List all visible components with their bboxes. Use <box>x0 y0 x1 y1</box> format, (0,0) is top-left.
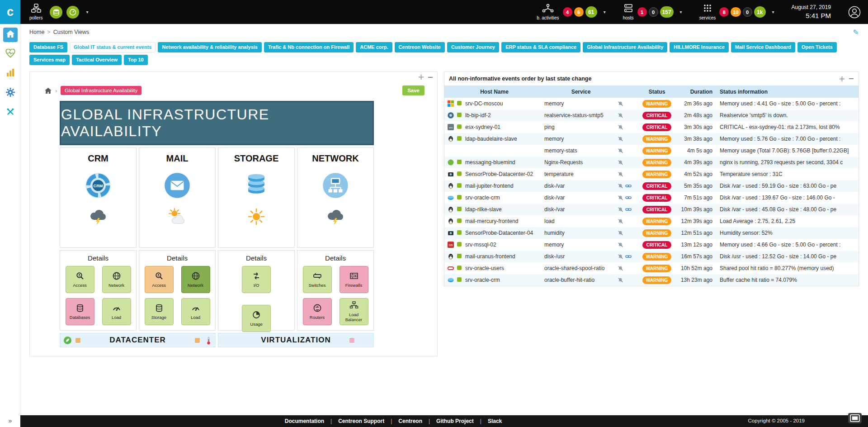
host-name[interactable]: esx-sydney-01 <box>465 124 544 130</box>
tile-load[interactable]: Load <box>181 298 210 325</box>
host-name[interactable]: SensorProbe-Datacenter-02 <box>465 171 544 177</box>
widget-move-icon[interactable] <box>418 74 424 80</box>
tile-routers[interactable]: Routers <box>303 298 332 325</box>
map-breadcrumb-badge[interactable]: Global Infrastructure Availability <box>61 86 142 95</box>
tab-customer-journey[interactable]: Customer Journey <box>447 42 499 52</box>
pollers-chevron-down-icon[interactable]: ▾ <box>86 9 88 14</box>
service-name[interactable]: disk-/usr <box>544 253 618 260</box>
host-name[interactable]: srv-DC-moscou <box>465 100 544 107</box>
tab-erp-status-sla-compliance[interactable]: ERP status & SLA compliance <box>501 42 580 52</box>
topbar-pollers[interactable]: pollers <box>29 4 42 20</box>
topbar-hosts[interactable]: hosts 10157 ▾ <box>623 4 682 20</box>
tab-database-fs[interactable]: Database FS <box>29 42 67 52</box>
sidebar-item-home[interactable] <box>3 28 18 42</box>
bell-muted-icon[interactable] <box>618 218 623 224</box>
footer-link-github-project[interactable]: Github Project <box>436 418 474 424</box>
service-name[interactable]: Nginx-Requests <box>544 159 618 166</box>
tab-services-map[interactable]: Services map <box>29 55 70 65</box>
fullscreen-icon[interactable] <box>848 413 862 423</box>
service-name[interactable]: realservice-status-smtp5 <box>544 112 618 119</box>
footer-link-centreon[interactable]: Centreon <box>398 418 422 424</box>
bell-muted-icon[interactable] <box>618 183 623 189</box>
host-name[interactable]: mail-uranus-frontend <box>465 253 544 260</box>
sidebar-expand-toggle[interactable]: » <box>9 417 12 424</box>
service-name[interactable]: load <box>544 218 618 224</box>
footer-link-documentation[interactable]: Documentation <box>285 418 324 424</box>
topbar-business-activities[interactable]: b. activities 4661 ▾ <box>537 4 606 20</box>
link-icon[interactable] <box>625 183 632 189</box>
user-avatar[interactable] <box>848 6 861 19</box>
tile-i-o[interactable]: I/O <box>242 266 271 293</box>
footer-link-centreon-support[interactable]: Centreon Support <box>338 418 384 424</box>
service-name[interactable]: memory <box>544 242 618 248</box>
sidebar-item-administration[interactable] <box>3 105 18 120</box>
sidebar-item-reporting[interactable] <box>3 66 18 81</box>
bell-muted-icon[interactable] <box>618 266 623 271</box>
host-name[interactable]: srv-oracle-users <box>465 265 544 271</box>
zone-datacenter[interactable]: DATACENTER <box>60 333 216 347</box>
bell-muted-icon[interactable] <box>618 171 623 177</box>
sidebar-item-configuration[interactable] <box>3 86 18 100</box>
service-name[interactable]: temperature <box>544 171 618 177</box>
tile-network[interactable]: Network <box>181 266 210 293</box>
bell-muted-icon[interactable] <box>618 230 623 236</box>
bell-muted-icon[interactable] <box>618 254 623 260</box>
host-name[interactable]: srv-mssql-02 <box>465 242 544 248</box>
map-home-icon[interactable] <box>45 88 52 94</box>
service-name[interactable]: memory <box>544 136 618 142</box>
host-name[interactable]: mail-mercury-frontend <box>465 218 544 224</box>
save-button[interactable]: Save <box>402 85 425 95</box>
host-name[interactable]: SensorProbe-Datacenter-04 <box>465 230 544 236</box>
tab-open-tickets[interactable]: Open Tickets <box>797 42 837 52</box>
service-name[interactable]: disk-/var <box>544 206 618 213</box>
category-card-network[interactable]: NETWORK <box>297 147 374 248</box>
column-host-name[interactable]: Host Name <box>444 89 544 95</box>
link-icon[interactable] <box>625 206 632 213</box>
service-name[interactable]: memory-stats <box>544 147 618 154</box>
tab-tactical-overview[interactable]: Tactical Overview <box>72 55 122 65</box>
service-name[interactable]: oracle-buffer-hit-ratio <box>544 277 618 283</box>
tile-firewalls[interactable]: Firewalls <box>340 266 368 293</box>
bell-muted-icon[interactable] <box>618 195 623 201</box>
tab-global-it-status-current-events[interactable]: Global IT status & current events <box>70 42 156 52</box>
tile-network[interactable]: Network <box>102 266 131 293</box>
edit-view-pencil-icon[interactable]: ✎ <box>853 28 859 37</box>
topbar-services[interactable]: services 81001k ▾ <box>699 4 774 20</box>
column-status-information[interactable]: Status information <box>717 89 859 95</box>
service-name[interactable]: oracle-shared-spool-ratio <box>544 265 618 271</box>
service-name[interactable]: ping <box>544 124 618 130</box>
bell-muted-icon[interactable] <box>618 207 623 213</box>
tile-databases[interactable]: Databases <box>66 298 94 325</box>
host-name[interactable]: lb-bip-idf-2 <box>465 112 544 119</box>
tile-usage[interactable]: Usage <box>242 305 271 332</box>
centreon-logo[interactable]: c <box>0 0 20 24</box>
link-icon[interactable] <box>625 253 632 260</box>
bell-muted-icon[interactable] <box>618 160 623 166</box>
service-name[interactable]: memory <box>544 100 618 107</box>
zone-virtualization[interactable]: VIRTUALIZATION <box>218 333 374 347</box>
host-name[interactable]: srv-oracle-crm <box>465 277 544 283</box>
bell-muted-icon[interactable] <box>618 277 623 283</box>
poller-database-status-icon[interactable] <box>50 6 62 19</box>
bell-muted-icon[interactable] <box>618 101 623 107</box>
widget-move-icon[interactable] <box>839 76 845 82</box>
bell-muted-icon[interactable] <box>618 242 623 248</box>
widget-collapse-icon[interactable] <box>428 75 433 80</box>
host-name[interactable]: srv-oracle-crm <box>465 195 544 201</box>
tile-access[interactable]: Access <box>66 266 94 293</box>
bell-muted-icon[interactable] <box>618 113 623 119</box>
breadcrumb-home[interactable]: Home <box>29 29 44 35</box>
category-card-mail[interactable]: MAIL <box>139 147 216 248</box>
bell-muted-icon[interactable] <box>618 148 623 154</box>
service-name[interactable]: disk-/var <box>544 195 618 201</box>
category-card-storage[interactable]: STORAGE <box>218 147 295 248</box>
column-duration[interactable]: Duration <box>675 89 717 95</box>
host-name[interactable]: ldap-baudelaire-slave <box>465 136 544 142</box>
poller-latency-status-icon[interactable] <box>66 6 79 19</box>
host-name[interactable]: messaging-bluemind <box>465 159 544 166</box>
category-card-crm[interactable]: CRMCRM <box>60 147 137 248</box>
link-icon[interactable] <box>625 195 632 201</box>
bell-muted-icon[interactable] <box>618 124 623 130</box>
tab-network-availability-reliability-analysis[interactable]: Network availability & reliability analy… <box>158 42 262 52</box>
column-status[interactable]: Status <box>638 89 675 95</box>
